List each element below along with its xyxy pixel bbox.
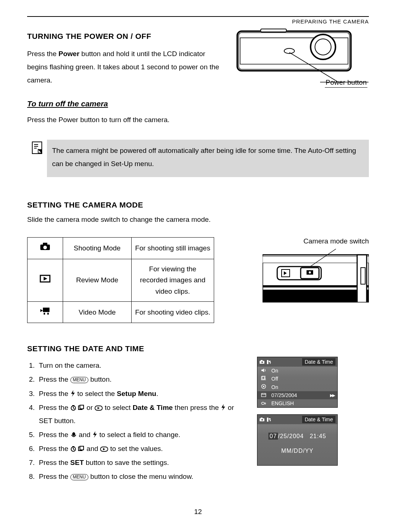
txt-bold: Setup Menu [117,390,157,397]
mode-desc: For shooting video clips. [132,302,214,323]
table-row: Video Mode For shooting video clips. [27,302,214,323]
svg-rect-23 [44,313,45,315]
mode-switch-label: Camera mode switch [229,237,369,245]
top-rule [27,16,369,17]
txt: to set the values. [110,445,163,452]
svg-rect-44 [80,405,84,409]
date-highlight: 07 [268,433,278,440]
txt: Press the [39,431,70,439]
camera-mode-intro: Slide the camera mode switch to change t… [27,213,369,226]
svg-marker-47 [221,404,225,411]
screen-header: Date & Time [257,357,337,367]
power-save-icon [260,384,267,390]
mode-row: Shooting Mode For shooting still images … [27,237,369,323]
txt: Press the [39,375,70,383]
svg-marker-64 [261,368,264,372]
svg-rect-17 [43,243,47,245]
svg-rect-70 [261,393,266,397]
screen-header: Date & Time [257,415,337,424]
speaker-icon [260,368,267,374]
txt: or [87,404,95,411]
setup-value: 07/25/2004 [271,392,297,398]
svg-rect-61 [267,360,268,364]
subheading-turnoff: To turn off the camera [27,96,228,111]
menu-button-icon: MENU [70,474,88,480]
svg-point-5 [315,39,331,55]
multi-icon [78,446,85,452]
quickview-icon: z [260,376,267,382]
timer-icon [70,446,76,452]
txt: and [79,431,92,439]
multi-icon [78,405,85,411]
svg-text:z: z [265,378,266,381]
mode-table: Shooting Mode For shooting still images … [27,237,214,323]
svg-rect-55 [80,446,84,450]
mode-name: Video Mode [63,302,132,323]
setup-value: Off [271,376,278,382]
svg-marker-46 [98,407,100,409]
shooting-mode-icon [27,238,63,259]
svg-text:9: 9 [264,402,266,405]
list-item: Press the MENU button to close the menu … [37,470,249,483]
svg-line-41 [73,408,74,409]
setup-white-icon [266,417,271,422]
lcd-screen-setup: Date & Time On z Off [257,357,338,408]
txt: Press the [39,404,70,411]
table-row: Shooting Mode For shooting still images [27,238,214,259]
flash-icon [92,431,98,438]
list-item: Press the to select the Setup Menu. [37,387,249,400]
svg-marker-57 [103,448,105,450]
macro-icon [70,432,77,438]
review-small-icon [95,406,103,411]
svg-rect-59 [261,360,263,361]
section-header-label: PREPARING THE CAMERA [27,18,369,25]
txt: button. [88,375,111,383]
setup-row-selected: 07/25/2004 ▶▶ [257,391,337,399]
setup-row: On [257,383,337,391]
svg-rect-77 [261,418,263,419]
screen-body: On z Off On [257,367,337,407]
page-number: 12 [0,508,396,516]
note-icon [32,141,43,154]
heading-date-time: SETTING THE DATE AND TIME [27,344,369,353]
setup-row: z Off [257,375,337,383]
note-box: The camera might be powered off automati… [32,140,369,177]
turnoff-text: Press the Power button to turn off the c… [27,113,369,126]
svg-rect-24 [47,313,49,315]
svg-point-48 [72,432,75,436]
list-item: Press the or to select Date & Time then … [37,401,249,428]
svg-rect-6 [261,29,286,32]
txt: Press the [39,459,70,466]
setup-white-icon [266,360,271,364]
page: PREPARING THE CAMERA TURNING THE POWER O… [0,0,396,532]
svg-point-74 [261,402,264,404]
flash-icon [70,390,76,397]
txt-bold: Power [59,50,80,58]
setup-row: 9 ENGLISH [257,399,337,407]
note-text: The camera might be powered off automati… [47,140,369,177]
setup-row: On [257,367,337,375]
svg-point-18 [43,246,47,249]
txt-bold: Date & Time [133,404,173,411]
svg-point-7 [284,48,294,54]
txt: . [156,390,158,397]
review-small-icon [100,447,108,452]
txt: Press the [39,390,70,397]
svg-marker-81 [270,420,271,422]
svg-marker-38 [71,390,75,397]
date-format: MM/DD/YY [257,448,337,454]
list-item: Press the and to set the values. [37,442,249,455]
lcd-screen-datetime: Date & Time 07/25/2004 21:45 MM/DD/YY [257,414,338,466]
mode-desc: For viewing the recorded images and vide… [132,259,214,301]
setup-value: ENGLISH [271,400,294,406]
power-paragraph: Press the Power button and hold it until… [27,47,228,87]
heading-camera-mode: SETTING THE CAMERA MODE [27,201,369,209]
date-icon [260,393,267,398]
txt: button to close the menu window. [88,473,193,480]
mode-desc: For shooting still images [132,238,214,259]
txt: to select the [77,390,117,397]
list-item: Press the and to select a field to chang… [37,428,249,441]
camera-white-icon [259,417,265,422]
mode-name: Review Mode [63,259,132,301]
txt: Press the [39,445,70,452]
